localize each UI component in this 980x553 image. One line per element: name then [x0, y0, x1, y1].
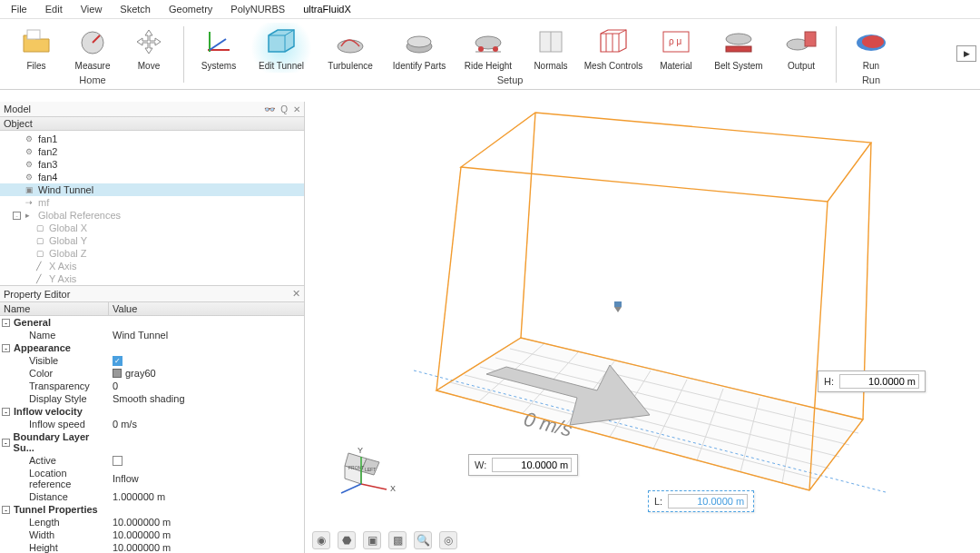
viewport-3d[interactable]: 0 m/s H: W: L:: [305, 102, 980, 553]
tree-item[interactable]: ╱Y Axis: [0, 272, 304, 285]
menu-view[interactable]: View: [77, 2, 106, 16]
menu-geometry[interactable]: Geometry: [165, 2, 216, 16]
view-triad[interactable]: FRONT LEFT X Y: [316, 440, 397, 506]
dim-length[interactable]: L:: [648, 490, 754, 512]
prop-section[interactable]: Appearance: [14, 342, 71, 353]
panel-close-icon[interactable]: ✕: [293, 104, 300, 114]
prop-section[interactable]: Tunnel Properties: [14, 504, 98, 515]
tree-item[interactable]: ▢Global Y: [0, 234, 304, 247]
tree-item[interactable]: -▸Global References: [0, 209, 304, 222]
tree-item[interactable]: ⇢mf: [0, 196, 304, 209]
prop-row: Location referenceInflow: [0, 467, 304, 490]
tree-icon: ⚙: [25, 134, 34, 143]
panel-search-icon[interactable]: Q: [280, 104, 288, 114]
prop-name: Location reference: [5, 468, 107, 489]
color-swatch[interactable]: [113, 369, 122, 378]
prop-value[interactable]: 10.000000 m: [113, 529, 171, 540]
prop-value[interactable]: 0: [113, 380, 118, 391]
vtb-6[interactable]: ◎: [439, 531, 457, 549]
menu-edit[interactable]: Edit: [42, 2, 66, 16]
ribbon-material[interactable]: ρ μMaterial: [651, 23, 701, 73]
ribbon-output[interactable]: Output: [776, 23, 827, 73]
prop-value[interactable]: 0 m/s: [113, 419, 137, 430]
ribbon-measure[interactable]: Measure: [67, 23, 118, 73]
vtb-3[interactable]: ▣: [363, 531, 381, 549]
dim-length-input[interactable]: [668, 494, 748, 509]
tree-item[interactable]: ▢Global Z: [0, 247, 304, 260]
tree-item[interactable]: ╱X Axis: [0, 260, 304, 272]
dim-width[interactable]: W:: [468, 454, 578, 476]
prop-name: Length: [5, 517, 60, 528]
vtb-4[interactable]: ▩: [388, 531, 407, 549]
checkbox[interactable]: ✓: [113, 356, 122, 366]
prop-section[interactable]: General: [14, 317, 51, 328]
tree-item[interactable]: ⚙fan2: [0, 145, 304, 158]
ribbon-systems[interactable]: Systems: [193, 23, 244, 73]
vtb-2[interactable]: ⬣: [338, 531, 356, 549]
dim-width-input[interactable]: [492, 458, 572, 472]
tree-item[interactable]: ⚙fan3: [0, 158, 304, 171]
ribbon-rideheight[interactable]: Ride Height: [456, 23, 520, 73]
svg-rect-20: [726, 46, 751, 52]
ribbon-label: Systems: [201, 61, 236, 71]
ribbon-edittunnel[interactable]: Edit Tunnel: [250, 23, 313, 73]
play-icon[interactable]: ▶: [956, 45, 976, 62]
prop-value[interactable]: Smooth shading: [113, 393, 185, 404]
ribbon-belt[interactable]: Belt System: [707, 23, 770, 73]
panel-eye-icon[interactable]: 👓: [264, 104, 275, 114]
model-tree[interactable]: ⚙fan1⚙fan2⚙fan3⚙fan4▣Wind Tunnel⇢mf-▸Glo…: [0, 131, 304, 285]
tree-item[interactable]: ⚙fan4: [0, 171, 304, 183]
menu-polynurbs[interactable]: PolyNURBS: [227, 2, 289, 16]
dim-label-h: H:: [824, 376, 834, 387]
vtb-5[interactable]: 🔍: [414, 531, 432, 549]
material-icon: ρ μ: [656, 25, 696, 59]
run-icon: [851, 25, 891, 59]
prop-value[interactable]: Inflow: [113, 473, 139, 484]
ribbon-move[interactable]: Move: [123, 23, 174, 73]
menu-sketch[interactable]: Sketch: [116, 2, 154, 16]
tree-item[interactable]: ▢Global X: [0, 222, 304, 234]
menu-ultrafluidx[interactable]: ultraFluidX: [299, 2, 355, 16]
prop-row: Active: [0, 454, 304, 467]
prop-name: Inflow speed: [5, 419, 85, 430]
prop-value[interactable]: gray60: [125, 368, 156, 379]
ribbon-turbulence[interactable]: Turbulence: [318, 23, 382, 73]
prop-section[interactable]: Inflow velocity: [14, 406, 83, 417]
property-grid[interactable]: -GeneralNameWind Tunnel-AppearanceVisibl…: [0, 316, 304, 553]
rideheight-icon: [468, 25, 508, 59]
model-object-header[interactable]: Object: [0, 117, 304, 131]
tree-label: Global Z: [49, 248, 87, 259]
svg-point-8: [407, 36, 431, 47]
ribbon-identify[interactable]: Identify Parts: [387, 23, 451, 73]
prop-value[interactable]: 1.000000 m: [113, 491, 165, 502]
prop-section[interactable]: Boundary Layer Su...: [14, 431, 107, 453]
prop-value[interactable]: 10.000000 m: [113, 517, 171, 528]
ribbon-run[interactable]: Run: [846, 23, 897, 73]
prop-name: Transparency: [5, 380, 90, 391]
ribbon-normals[interactable]: Normals: [525, 23, 576, 73]
tree-item[interactable]: ⚙fan1: [0, 133, 304, 145]
prop-value[interactable]: 10.000000 m: [113, 542, 171, 553]
viewport-toolbar: ◉ ⬣ ▣ ▩ 🔍 ◎: [312, 531, 457, 549]
property-panel-title: Property Editor: [4, 289, 70, 300]
ribbon-files[interactable]: Files: [11, 23, 62, 73]
tree-icon: ⚙: [25, 160, 34, 169]
group-label-setup: Setup: [497, 74, 524, 85]
menu-file[interactable]: File: [7, 2, 31, 16]
prop-name: Distance: [5, 491, 68, 502]
tree-label: mf: [38, 197, 49, 208]
dim-label-w: W:: [475, 459, 486, 470]
checkbox[interactable]: [113, 456, 122, 466]
prop-name: Width: [5, 529, 54, 540]
prop-value[interactable]: Wind Tunnel: [113, 330, 168, 341]
ribbon-separator: [836, 26, 837, 83]
ribbon-meshctrl[interactable]: Mesh Controls: [582, 23, 645, 73]
panel-close-icon[interactable]: ✕: [292, 288, 300, 300]
dim-height[interactable]: H:: [818, 370, 926, 392]
tree-item[interactable]: ▣Wind Tunnel: [0, 183, 304, 196]
dim-height-input[interactable]: [839, 374, 919, 389]
vtb-1[interactable]: ◉: [312, 531, 330, 549]
tree-label: fan4: [38, 172, 57, 183]
ribbon-group-setup: SystemsEdit TunnelTurbulenceIdentify Par…: [188, 23, 832, 87]
svg-line-5: [210, 39, 226, 50]
